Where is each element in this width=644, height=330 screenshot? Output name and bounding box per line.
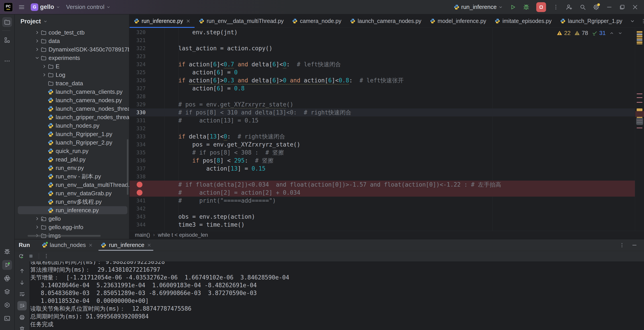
clear-button[interactable] [17,324,27,330]
python-packages-tool-button[interactable] [2,300,12,310]
more-actions-icon[interactable] [553,4,559,10]
close-icon[interactable] [88,243,92,247]
add-user-icon[interactable] [566,4,573,11]
terminal-tool-button[interactable] [2,314,12,323]
line-number-gutter[interactable]: 338 [130,174,150,180]
services-tool-button[interactable] [2,287,12,296]
line-number-gutter[interactable]: 333 [130,134,150,140]
tree-item[interactable]: read_pkl.py [15,155,129,164]
chevron-right-icon[interactable] [34,216,40,221]
tree-item[interactable]: DynamixelSDK-3450c7078917b262d9b360 [15,45,129,54]
chevron-right-icon[interactable] [34,38,40,44]
next-problem-icon[interactable] [618,31,623,36]
version-control-menu[interactable]: Version control [66,4,111,10]
editor-scrollbar-thumb[interactable] [636,118,643,125]
line-number-gutter[interactable]: 341 [130,198,150,204]
tree-item[interactable]: data [15,37,129,45]
tree-item[interactable]: launch_gripper_nodes_thread.py [15,113,129,121]
line-number-gutter[interactable]: 344 [130,222,150,228]
debug-button[interactable] [523,4,530,10]
previous-occurrence-button[interactable] [17,266,27,276]
debug-tool-button[interactable] [2,247,12,256]
line-number-gutter[interactable]: 331 [130,118,150,123]
line-number-gutter[interactable]: 330 [130,110,150,115]
error-stripe[interactable] [635,28,644,231]
line-number-gutter[interactable]: 345 [130,230,150,231]
run-panel-options-icon[interactable] [619,242,625,248]
more-tool-button[interactable] [2,56,12,66]
tree-item[interactable]: launch_camera_nodes.py [15,96,129,104]
line-number-gutter[interactable]: 337 [130,166,150,172]
run-tab[interactable]: launch_nodes [38,239,97,251]
breadcrumb-item[interactable]: main() [135,232,150,238]
line-number-gutter[interactable]: 329 [130,102,150,107]
tree-item[interactable]: code_test_ctb [15,28,129,37]
line-number-gutter[interactable]: 320 [130,30,150,35]
code-editor[interactable]: 320 env.step(jnt)321322 last_action = ac… [130,28,644,231]
line-number-gutter[interactable]: 322 [130,46,150,51]
tree-item[interactable]: gello.egg-info [15,223,129,231]
search-icon[interactable] [580,4,586,10]
tree-item[interactable]: experiments [15,54,129,62]
line-number-gutter[interactable]: 335 [130,150,150,156]
main-menu-icon[interactable] [18,4,25,10]
minimize-button[interactable] [606,4,612,10]
tree-horizontal-scrollbar[interactable] [28,235,100,237]
close-button[interactable] [632,4,638,10]
editor-tab[interactable]: model_inference.py [426,14,490,28]
run-tab[interactable]: run_inference [96,239,155,251]
chevron-right-icon[interactable] [34,224,40,230]
print-button[interactable] [17,313,27,322]
breadcrumb-item[interactable]: while t < episode_len [158,232,208,238]
chevron-right-icon[interactable] [41,64,48,69]
editor-tab[interactable]: imitate_episodes.py [490,14,556,28]
chevron-down-icon[interactable] [34,55,40,60]
soft-wrap-button[interactable] [17,290,27,299]
line-number-gutter[interactable]: 334 [130,142,150,148]
run-configuration-select[interactable]: run_inference [454,4,503,10]
breakpoint-dot[interactable] [137,182,142,188]
tree-item[interactable]: run_env多线程.py [15,198,129,206]
line-number-gutter[interactable]: 323 [130,54,150,59]
line-number-gutter[interactable]: 336 [130,158,150,164]
chevron-right-icon[interactable] [41,72,48,78]
next-occurrence-button[interactable] [17,278,27,287]
line-number-gutter[interactable]: 343 [130,214,150,220]
stop-process-button[interactable] [28,253,34,260]
editor-tab[interactable]: launch_camera_nodes.py [346,14,426,28]
tree-item[interactable]: run_env__data_multiThread.py [15,180,129,189]
line-number-gutter[interactable]: 332 [130,126,150,132]
project-panel-header[interactable]: Project [15,14,129,28]
tab-options-icon[interactable] [640,18,644,24]
tree-item[interactable]: trace_data [15,79,129,88]
line-number-gutter[interactable]: 328 [130,94,150,99]
editor-tab[interactable]: camera_node.py [288,14,346,28]
tree-item[interactable]: E [15,62,129,70]
tree-item[interactable]: launch_camera_clients.py [15,88,129,96]
line-number-gutter[interactable]: 342 [130,206,150,212]
hide-tool-window-icon[interactable] [632,242,637,248]
line-number-gutter[interactable]: 327 [130,86,150,91]
line-number-gutter[interactable] [130,182,150,188]
chevron-right-icon[interactable] [34,30,40,35]
rerun-button[interactable] [18,253,24,260]
scroll-to-end-button[interactable] [17,301,27,310]
line-number-gutter[interactable]: 321 [130,38,150,43]
settings-gear-icon[interactable] [593,4,600,10]
run-tool-button[interactable] [2,260,12,270]
tree-vertical-scrollbar[interactable] [127,139,128,195]
project-widget[interactable]: G gello [31,3,60,11]
hidden-tabs-chevron-icon[interactable] [630,18,635,24]
inspections-widget[interactable]: 22 78 31 [556,30,623,36]
line-number-gutter[interactable]: 325 [130,70,150,75]
tree-item[interactable]: run_env_dataGrab.py [15,189,129,198]
breakpoint-dot[interactable] [137,190,142,196]
project-tool-button[interactable] [2,17,12,27]
tree-item[interactable]: run_env.py [15,164,129,172]
stop-button[interactable] [536,2,546,12]
run-console[interactable]: 读取相机图片时间为(ms)： 9.988280792230328算法推理时间为(… [30,262,644,330]
structure-tool-button[interactable] [2,35,12,45]
chevron-right-icon[interactable] [34,47,40,52]
line-number-gutter[interactable]: 326 [130,78,150,83]
maximize-button[interactable] [619,4,625,10]
